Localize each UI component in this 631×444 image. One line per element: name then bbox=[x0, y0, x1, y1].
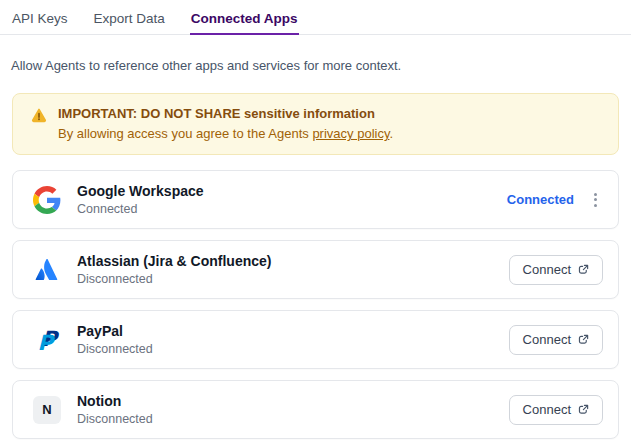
app-status: Disconnected bbox=[77, 342, 509, 357]
app-info: PayPal Disconnected bbox=[77, 323, 509, 357]
privacy-policy-link[interactable]: privacy policy bbox=[312, 126, 389, 141]
app-status: Connected bbox=[77, 202, 507, 217]
google-logo-icon bbox=[33, 186, 61, 214]
tab-export-data[interactable]: Export Data bbox=[93, 0, 166, 34]
connect-button-label: Connect bbox=[523, 402, 571, 417]
app-card-atlassian: Atlassian (Jira & Confluence) Disconnect… bbox=[12, 240, 619, 299]
warning-content: IMPORTANT: DO NOT SHARE sensitive inform… bbox=[58, 105, 393, 143]
page-description: Allow Agents to reference other apps and… bbox=[11, 57, 619, 75]
connected-status-link[interactable]: Connected bbox=[507, 192, 574, 207]
app-info: Atlassian (Jira & Confluence) Disconnect… bbox=[77, 253, 509, 287]
connect-button-label: Connect bbox=[523, 262, 571, 277]
warning-body-suffix: . bbox=[389, 126, 393, 141]
svg-text:P: P bbox=[38, 331, 56, 354]
tab-connected-apps[interactable]: Connected Apps bbox=[190, 0, 299, 35]
app-name: Notion bbox=[77, 393, 509, 410]
connect-button[interactable]: Connect bbox=[509, 395, 603, 425]
warning-triangle-icon bbox=[31, 107, 47, 143]
app-status: Disconnected bbox=[77, 412, 509, 427]
warning-banner: IMPORTANT: DO NOT SHARE sensitive inform… bbox=[12, 93, 619, 155]
notion-letter: N bbox=[33, 396, 61, 424]
warning-body-text: By allowing access you agree to the Agen… bbox=[58, 126, 312, 141]
app-card-paypal: P P PayPal Disconnected Connect bbox=[12, 310, 619, 369]
paypal-logo-icon: P P bbox=[33, 326, 61, 354]
warning-title: IMPORTANT: DO NOT SHARE sensitive inform… bbox=[58, 105, 393, 123]
app-info: Google Workspace Connected bbox=[77, 183, 507, 217]
app-name: PayPal bbox=[77, 323, 509, 340]
kebab-menu-icon[interactable] bbox=[588, 189, 603, 211]
app-info: Notion Disconnected bbox=[77, 393, 509, 427]
external-link-icon bbox=[578, 334, 589, 345]
app-status: Disconnected bbox=[77, 272, 509, 287]
external-link-icon bbox=[578, 264, 589, 275]
notion-logo-icon: N bbox=[33, 396, 61, 424]
app-card-notion: N Notion Disconnected Connect bbox=[12, 380, 619, 439]
warning-body: By allowing access you agree to the Agen… bbox=[58, 125, 393, 143]
connect-button[interactable]: Connect bbox=[509, 255, 603, 285]
settings-tab-bar: API Keys Export Data Connected Apps bbox=[0, 0, 631, 35]
tab-api-keys[interactable]: API Keys bbox=[11, 0, 69, 34]
app-name: Atlassian (Jira & Confluence) bbox=[77, 253, 509, 270]
app-card-google-workspace: Google Workspace Connected Connected bbox=[12, 170, 619, 229]
connect-button[interactable]: Connect bbox=[509, 325, 603, 355]
app-name: Google Workspace bbox=[77, 183, 507, 200]
atlassian-logo-icon bbox=[33, 256, 61, 284]
external-link-icon bbox=[578, 404, 589, 415]
connect-button-label: Connect bbox=[523, 332, 571, 347]
